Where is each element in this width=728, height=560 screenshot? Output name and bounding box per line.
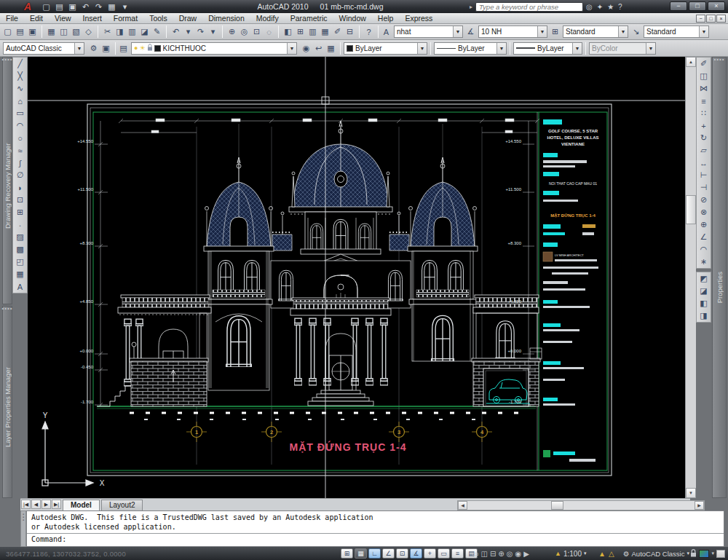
export-dwf-icon[interactable]: ◇: [82, 25, 95, 38]
scroll-left-icon[interactable]: ◀: [458, 501, 467, 510]
offset-icon[interactable]: ≡: [697, 95, 710, 107]
properties-palette-icon[interactable]: ◧: [282, 25, 294, 38]
menu-item[interactable]: Tools: [143, 14, 173, 23]
layer-select[interactable]: ● ☀ KICHTHUOC▼: [131, 42, 297, 55]
search-icon[interactable]: ◎: [586, 3, 593, 11]
menu-item[interactable]: Window: [333, 14, 371, 23]
zoom-window-icon[interactable]: ⊡: [250, 25, 263, 38]
toolbar-options-icon[interactable]: ▾: [119, 2, 130, 12]
vscroll-thumb[interactable]: [686, 195, 696, 224]
doc-restore-button[interactable]: □: [706, 15, 716, 23]
annotation-scale-dropdown-icon[interactable]: ▾: [584, 551, 587, 556]
send-to-back-icon[interactable]: ◪: [697, 285, 710, 297]
hscroll-thumb[interactable]: [551, 501, 563, 510]
table-style-select[interactable]: Standard▼: [563, 25, 628, 38]
region-icon[interactable]: ◰: [14, 256, 26, 268]
bring-above-objects-icon[interactable]: ◧: [697, 297, 710, 309]
undo-icon[interactable]: ↶: [80, 2, 91, 12]
open-icon[interactable]: ▤: [54, 2, 65, 12]
dyn-toggle[interactable]: ▭: [438, 548, 450, 559]
grid-toggle[interactable]: ▦: [355, 548, 367, 559]
linetype-select[interactable]: ByLayer▼: [434, 42, 507, 55]
ortho-toggle[interactable]: ∟: [368, 548, 381, 559]
menu-item[interactable]: View: [49, 14, 77, 23]
pan-icon[interactable]: ⊕: [498, 550, 504, 558]
paste-icon[interactable]: ▥: [126, 25, 138, 38]
zoom-icon[interactable]: ◎: [507, 550, 513, 558]
insert-block-icon[interactable]: ⊡: [14, 194, 26, 206]
ellipse-arc-icon[interactable]: ◗: [14, 181, 26, 194]
annotation-visibility-icon[interactable]: ▲: [598, 550, 606, 558]
quick-view-layouts-icon[interactable]: ◫: [480, 550, 487, 558]
new-icon[interactable]: ▢: [41, 2, 52, 12]
multiline-text-icon[interactable]: A: [14, 280, 26, 293]
menu-item[interactable]: Express: [399, 14, 438, 23]
undo-icon[interactable]: ↶: [170, 25, 182, 38]
properties-panel[interactable]: •••• Properties: [712, 57, 727, 498]
layout-tab[interactable]: Model: [63, 500, 100, 510]
communication-center-icon[interactable]: ✦: [597, 3, 603, 11]
publish-icon[interactable]: ▧: [70, 25, 82, 38]
revision-cloud-icon[interactable]: ≈: [14, 144, 26, 157]
explode-icon[interactable]: ∗: [697, 256, 710, 268]
osnap-toggle[interactable]: ⊡: [396, 548, 408, 559]
mirror-icon[interactable]: ⋈: [697, 82, 710, 95]
gradient-icon[interactable]: ▩: [14, 243, 26, 256]
new-icon[interactable]: ▢: [1, 25, 14, 38]
redo-icon[interactable]: ↷: [194, 25, 207, 38]
application-menu-button[interactable]: A: [19, 1, 36, 12]
polygon-icon[interactable]: ⌂: [14, 95, 26, 107]
stretch-icon[interactable]: ↔: [697, 157, 710, 169]
save-icon[interactable]: ▣: [26, 25, 39, 38]
doc-close-button[interactable]: ×: [716, 15, 726, 23]
menu-item[interactable]: Format: [108, 14, 143, 23]
layer-on-icon[interactable]: ●: [134, 44, 138, 52]
restore-button[interactable]: □: [689, 1, 706, 11]
hatch-icon[interactable]: ▨: [14, 231, 26, 243]
menu-item[interactable]: Help: [372, 14, 400, 23]
lwt-toggle[interactable]: ≡: [451, 548, 464, 559]
sheet-set-manager-icon[interactable]: ▦: [319, 25, 331, 38]
plot-icon[interactable]: ▦: [45, 25, 58, 38]
zoom-realtime-icon[interactable]: ◎: [238, 25, 250, 38]
horizontal-scrollbar[interactable]: ◀ ▶: [457, 500, 705, 510]
dim-style-select[interactable]: 10 NH▼: [478, 25, 547, 38]
make-object-layer-current-icon[interactable]: ◉: [300, 42, 312, 55]
workspace-select[interactable]: AutoCAD Classic▼: [3, 42, 84, 55]
annotation-scale[interactable]: ▲ 1:100 ▾: [555, 550, 586, 558]
scroll-down-icon[interactable]: ▼: [686, 488, 696, 498]
last-tab-button[interactable]: ▶|: [52, 500, 61, 509]
menu-item[interactable]: File: [0, 14, 24, 23]
snap-toggle[interactable]: ⊞: [341, 548, 353, 559]
menu-item[interactable]: Edit: [24, 14, 49, 23]
text-style-icon[interactable]: A: [380, 25, 392, 38]
erase-icon[interactable]: ✐: [697, 58, 710, 70]
vertical-scrollbar[interactable]: ▲ ▼: [685, 57, 696, 498]
status-menu-icon[interactable]: ▾: [711, 551, 714, 556]
multileader-style-icon[interactable]: ↘: [630, 25, 642, 38]
workspace-switching[interactable]: ⚙ AutoCAD Classic ▾: [623, 550, 689, 558]
line-icon[interactable]: ╱: [14, 58, 26, 70]
minimize-button[interactable]: −: [670, 1, 687, 11]
redo-options-icon[interactable]: ▾: [207, 25, 219, 38]
paste-special-icon[interactable]: ◪: [138, 25, 151, 38]
point-icon[interactable]: ∙: [14, 218, 26, 231]
construction-line-icon[interactable]: ╳: [14, 70, 26, 82]
otrack-toggle[interactable]: ∡: [410, 548, 422, 559]
scroll-right-icon[interactable]: ▶: [695, 501, 704, 510]
make-block-icon[interactable]: ⊞: [14, 206, 26, 218]
coordinate-display[interactable]: 366477.1186, 1307032.3752, 0.0000: [6, 550, 126, 558]
layer-properties-manager-panel[interactable]: •••• Layer Properties Manager: [2, 306, 12, 498]
layer-previous-icon[interactable]: ↩: [312, 42, 325, 55]
chamfer-icon[interactable]: ∠: [697, 231, 710, 243]
command-prompt[interactable]: Command:: [27, 534, 724, 545]
designcenter-icon[interactable]: ⊞: [294, 25, 306, 38]
pan-icon[interactable]: ⊕: [226, 25, 238, 38]
send-under-objects-icon[interactable]: ◨: [697, 309, 710, 322]
table-icon[interactable]: ▦: [14, 268, 26, 280]
menu-item[interactable]: Parametric: [285, 14, 333, 23]
text-style-select[interactable]: nhat▼: [394, 25, 463, 38]
infocenter-search-input[interactable]: [475, 2, 583, 12]
close-button[interactable]: ×: [708, 1, 725, 11]
quick-view-drawings-icon[interactable]: ⊟: [490, 550, 496, 558]
